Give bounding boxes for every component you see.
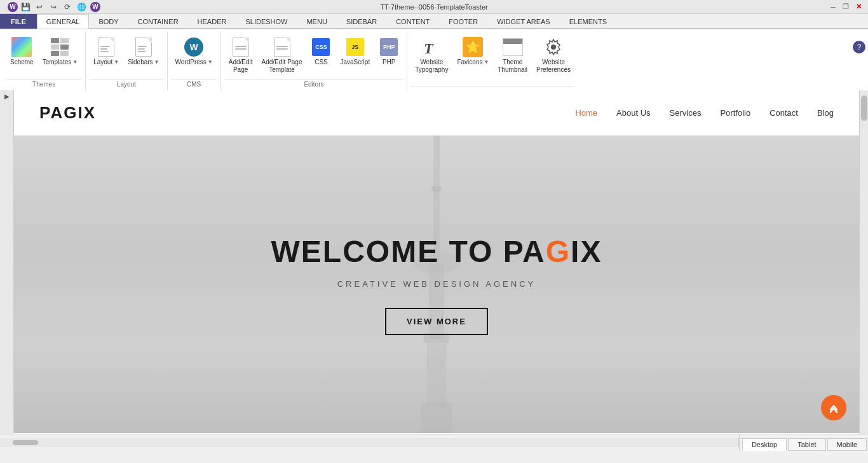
tab-footer[interactable]: FOOTER — [439, 14, 487, 29]
save-button[interactable]: 💾 — [19, 1, 32, 13]
layout-button[interactable]: Layout ▼ — [90, 34, 123, 69]
ribbon-group-themes: Scheme — [3, 32, 86, 90]
tab-elements[interactable]: ELEMENTS — [560, 14, 616, 29]
vertical-scrollbar[interactable] — [859, 90, 868, 434]
nav-home[interactable]: Home — [575, 108, 597, 118]
cms-group-label: CMS — [172, 79, 217, 89]
help-button[interactable]: ? — [853, 41, 865, 53]
site-nav: Home About Us Services Portfolio Contact… — [575, 108, 834, 118]
left-panel-toggle[interactable]: ▶ — [0, 90, 14, 434]
ribbon-group-layout-items: Layout ▼ — [90, 32, 163, 78]
website-typography-label: Website Typography — [415, 59, 448, 74]
tab-sidebar[interactable]: SIDEBAR — [337, 14, 386, 29]
nav-services[interactable]: Services — [670, 108, 702, 118]
tab-widget-areas[interactable]: WIDGET AREAS — [487, 14, 560, 29]
nav-about[interactable]: About Us — [616, 108, 650, 118]
svg-rect-8 — [421, 403, 452, 433]
hero-view-more-button[interactable]: VIEW MORE — [385, 308, 488, 335]
php-badge-icon: PHP — [380, 38, 398, 56]
favicons-icon — [463, 37, 483, 57]
add-edit-page-button[interactable]: Add/Edit Page — [225, 34, 257, 76]
favicons-label: Favicons ▼ — [457, 59, 489, 66]
wp-dropdown-arrow: ▼ — [208, 59, 213, 66]
website-preferences-button[interactable]: Website Preferences — [532, 34, 574, 76]
wordpress-button[interactable]: W WordPress ▼ — [172, 34, 217, 69]
nav-blog[interactable]: Blog — [817, 108, 834, 118]
tab-slideshow[interactable]: SLIDESHOW — [236, 14, 297, 29]
tab-general[interactable]: GENERAL — [37, 14, 90, 29]
tab-container[interactable]: CONTAINER — [128, 14, 188, 29]
php-button[interactable]: PHP PHP — [375, 34, 403, 69]
canvas-container: ▶ PAGIX Home About Us Services Portfolio… — [0, 90, 868, 434]
tab-header[interactable]: HEADER — [188, 14, 236, 29]
website-preview: PAGIX Home About Us Services Portfolio C… — [14, 90, 859, 434]
wordpress-icon: W — [184, 37, 204, 57]
restore-button[interactable]: ❐ — [841, 3, 850, 11]
layout-label: Layout ▼ — [93, 59, 119, 66]
tab-mobile[interactable]: Mobile — [827, 438, 867, 451]
add-edit-page-label: Add/Edit Page — [229, 59, 253, 74]
website-typography-button[interactable]: T Website Typography — [411, 34, 452, 76]
javascript-button[interactable]: JS JavaScript — [336, 34, 374, 69]
redo-button[interactable]: ↪ — [47, 1, 60, 13]
layout-group-label: Layout — [90, 79, 163, 89]
add-edit-page-template-button[interactable]: Add/Edit Page Template — [258, 34, 306, 76]
quick-access-toolbar: 💾 ↩ ↪ ⟳ 🌐 — [5, 1, 103, 13]
horizontal-scrollbar[interactable] — [0, 438, 739, 447]
ribbon-group-themes-items: Scheme — [6, 32, 81, 78]
website-preferences-label: Website Preferences — [536, 59, 571, 74]
theme-thumbnail-button[interactable]: Theme Thumbnail — [494, 34, 531, 76]
layout-icon — [96, 37, 116, 57]
theme-thumbnail-icon — [503, 37, 523, 57]
css-button[interactable]: CSS CSS — [307, 34, 335, 69]
nav-contact[interactable]: Contact — [770, 108, 798, 118]
website-preferences-icon — [543, 37, 564, 57]
horizontal-scrollbar-thumb[interactable] — [13, 440, 38, 445]
svg-rect-7 — [427, 343, 446, 406]
svg-text:T: T — [424, 40, 434, 57]
templates-button[interactable]: Templates ▼ — [39, 34, 82, 69]
scheme-label: Scheme — [10, 59, 34, 66]
favicons-button[interactable]: Favicons ▼ — [453, 34, 492, 69]
ribbon-group-cms-items: W WordPress ▼ — [172, 32, 217, 78]
sidebars-icon — [133, 37, 154, 57]
editors-group-label: Editors — [225, 79, 403, 89]
tab-body[interactable]: BODY — [89, 14, 128, 29]
tab-tablet[interactable]: Tablet — [788, 438, 825, 451]
site-header: PAGIX Home About Us Services Portfolio C… — [14, 90, 859, 135]
scroll-up-button[interactable] — [821, 395, 846, 420]
scheme-icon — [11, 37, 32, 57]
tab-content[interactable]: CONTENT — [386, 14, 439, 29]
ribbon-group-extra-items: T Website Typography Favicons ▼ — [411, 32, 574, 85]
templates-dropdown-arrow: ▼ — [72, 59, 78, 66]
ribbon-group-extra: T Website Typography Favicons ▼ — [407, 32, 578, 90]
minimize-button[interactable]: ─ — [829, 3, 837, 11]
close-button[interactable]: ✕ — [854, 3, 863, 11]
tab-desktop[interactable]: Desktop — [742, 438, 787, 451]
nav-portfolio[interactable]: Portfolio — [720, 108, 750, 118]
hero-section: WELCOME TO PAGIX CREATIVE WEB DESIGN AGE… — [14, 135, 859, 433]
php-label: PHP — [383, 59, 396, 66]
hero-title-highlight: G — [546, 235, 571, 268]
wp-logo-icon — [90, 2, 100, 12]
php-icon: PHP — [379, 37, 399, 57]
page-template-doc-lines — [276, 46, 288, 51]
refresh-button[interactable]: ⟳ — [61, 1, 74, 13]
gear-icon — [543, 37, 564, 57]
app-icon — [8, 2, 18, 12]
tab-file[interactable]: FILE — [0, 14, 37, 29]
left-panel-arrow-icon: ▶ — [4, 93, 10, 100]
templates-grid-icon — [51, 38, 69, 56]
svg-rect-3 — [431, 186, 442, 191]
hero-subtitle: CREATIVE WEB DESIGN AGENCY — [271, 279, 602, 289]
sidebars-button[interactable]: Sidebars ▼ — [124, 34, 163, 69]
logo-icon — [8, 2, 18, 12]
css-label: CSS — [315, 59, 328, 66]
tab-menu[interactable]: MENU — [297, 14, 336, 29]
css-icon: CSS — [311, 37, 331, 57]
undo-button[interactable]: ↩ — [33, 1, 46, 13]
thumbnail-preview-icon — [503, 38, 523, 56]
thumbnail-body-icon — [503, 44, 522, 55]
wp-circle-icon: W — [184, 38, 203, 57]
scheme-button[interactable]: Scheme — [6, 34, 37, 69]
